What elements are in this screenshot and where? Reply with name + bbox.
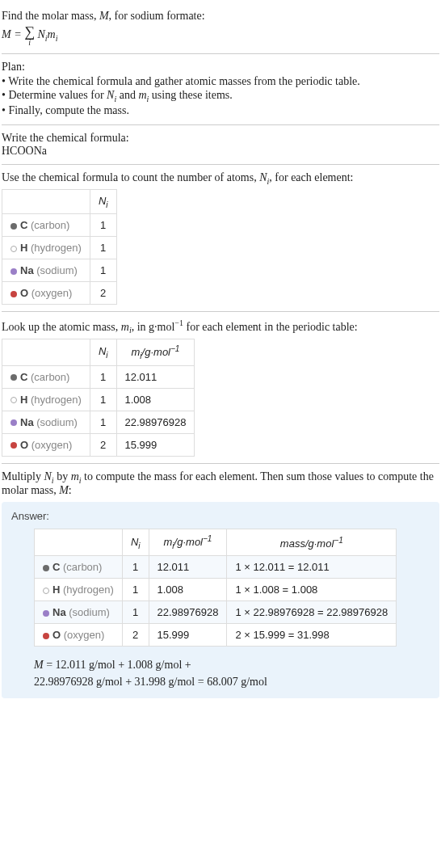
atomic-mass: 12.011 (116, 365, 195, 388)
atomic-mass: 22.98976928 (149, 601, 227, 624)
sigma-index: i (24, 39, 35, 47)
formula-lhs: M (2, 28, 11, 40)
element-cell: O (oxygen) (2, 433, 90, 456)
molar-mass-formula: M = ∑i Nimi (2, 24, 439, 47)
chemical-formula: HCOONa (2, 145, 439, 158)
final-intro-M: M (59, 484, 69, 496)
element-cell: H (hydrogen) (2, 237, 90, 259)
table-row: O (oxygen) 2 15.999 2 × 15.999 = 31.998 (35, 624, 397, 647)
element-bullet-icon (10, 268, 17, 275)
mass-calc: 1 × 1.008 = 1.008 (227, 579, 397, 601)
formula-title: Write the chemical formula: (2, 132, 439, 145)
plan-list: • Write the chemical formula and gather … (2, 75, 439, 117)
element-name: (hydrogen) (27, 394, 81, 406)
mass-calc: 1 × 22.98976928 = 22.98976928 (227, 601, 397, 624)
mass-intro-mid: , in g·mol (132, 321, 175, 333)
table-header-row: Ni (2, 189, 117, 214)
atom-count: 2 (90, 282, 116, 305)
element-name: (oxygen) (28, 287, 72, 299)
final-intro-N: N (44, 470, 52, 482)
plan-title: Plan: (2, 61, 439, 74)
element-cell: H (hydrogen) (2, 388, 90, 411)
element-symbol: H (20, 394, 27, 406)
atom-count: 1 (90, 237, 116, 259)
element-bullet-icon (10, 397, 17, 403)
intro-text: Find the molar mass, (2, 10, 99, 22)
chemical-formula-section: Write the chemical formula: HCOONa (2, 125, 439, 165)
element-cell: Na (sodium) (35, 601, 123, 624)
final-eq-lhs: M (34, 659, 44, 671)
element-symbol: H (20, 242, 27, 254)
table-row: H (hydrogen) 1 1.008 1 × 1.008 = 1.008 (35, 579, 397, 601)
final-intro-pre: Multiply (2, 470, 44, 482)
plan-item: • Finally, compute the mass. (2, 104, 439, 117)
atom-count: 1 (90, 214, 116, 237)
element-name: (carbon) (27, 219, 69, 231)
element-symbol: O (20, 439, 28, 451)
element-cell: Na (sodium) (2, 411, 90, 433)
atomic-mass-section: Look up the atomic mass, mi, in g·mol−1 … (2, 312, 439, 463)
final-intro: Multiply Ni by mi to compute the mass fo… (2, 470, 439, 498)
atom-count: 1 (90, 365, 116, 388)
table-header-m: mi/g·mol−1 (116, 339, 195, 365)
plan-section: Plan: • Write the chemical formula and g… (2, 54, 439, 125)
element-cell: Na (sodium) (2, 259, 90, 282)
table-header-empty (2, 189, 90, 214)
table-header-m: mi/g·mol−1 (149, 529, 227, 556)
table-row: Na (sodium) 1 (2, 259, 117, 282)
element-bullet-icon (10, 419, 17, 426)
mass-calc: 2 × 15.999 = 31.998 (227, 624, 397, 647)
plan-item: • Write the chemical formula and gather … (2, 75, 439, 88)
intro-line: Find the molar mass, M, for sodium forma… (2, 10, 439, 23)
atom-count-section: Use the chemical formula to count the nu… (2, 165, 439, 312)
table-header-N: Ni (122, 529, 149, 556)
atomic-mass: 15.999 (116, 433, 195, 456)
table-header-empty (2, 339, 90, 365)
atomic-mass: 12.011 (149, 556, 227, 579)
final-intro-mid1: by (54, 470, 71, 482)
final-eq-line2: 22.98976928 g/mol + 31.998 g/mol = 68.00… (34, 676, 267, 688)
element-cell: C (carbon) (2, 365, 90, 388)
table-header-N: Ni (90, 189, 116, 214)
element-cell: O (oxygen) (35, 624, 123, 647)
mass-intro-pre: Look up the atomic mass, (2, 321, 121, 333)
formula-eq: = (11, 28, 24, 40)
atom-count: 1 (90, 411, 116, 433)
atomic-mass: 1.008 (116, 388, 195, 411)
element-symbol: Na (20, 264, 34, 276)
table-row: C (carbon) 1 (2, 214, 117, 237)
element-symbol: C (20, 219, 27, 231)
mass-intro-sup: −1 (174, 318, 183, 327)
element-symbol: Na (20, 416, 34, 428)
table-row: H (hydrogen) 1 (2, 237, 117, 259)
count-intro-var: N (259, 171, 267, 183)
answer-box: Answer: Ni mi/g·mol−1 mass/g·mol−1 C (ca… (2, 502, 439, 698)
element-symbol: C (52, 561, 60, 573)
table-header-empty (35, 529, 123, 556)
count-intro: Use the chemical formula to count the nu… (2, 171, 439, 186)
table-header-N: Ni (90, 339, 116, 365)
element-symbol: C (20, 371, 27, 383)
element-bullet-icon (10, 223, 17, 230)
table-row: H (hydrogen) 1 1.008 (2, 388, 195, 411)
final-equation: M = 12.011 g/mol + 1.008 g/mol + 22.9897… (34, 656, 430, 690)
intro-section: Find the molar mass, M, for sodium forma… (2, 3, 439, 54)
atom-count: 1 (122, 579, 149, 601)
element-bullet-icon (43, 565, 49, 571)
element-name: (sodium) (66, 606, 110, 618)
element-bullet-icon (43, 610, 49, 617)
element-bullet-icon (43, 588, 49, 594)
table-row: Na (sodium) 1 22.98976928 (2, 411, 195, 433)
table-row: Na (sodium) 1 22.98976928 1 × 22.9897692… (35, 601, 397, 624)
element-bullet-icon (10, 374, 17, 381)
element-cell: C (carbon) (2, 214, 90, 237)
sigma-block: ∑i (24, 24, 35, 47)
element-name: (sodium) (34, 264, 78, 276)
element-name: (carbon) (27, 371, 69, 383)
intro-text2: , for sodium formate: (109, 10, 205, 22)
element-bullet-icon (43, 633, 49, 639)
atom-count: 2 (122, 624, 149, 647)
element-symbol: H (52, 584, 60, 596)
element-name: (sodium) (34, 416, 78, 428)
mass-intro-post: for each element in the periodic table: (183, 321, 358, 333)
